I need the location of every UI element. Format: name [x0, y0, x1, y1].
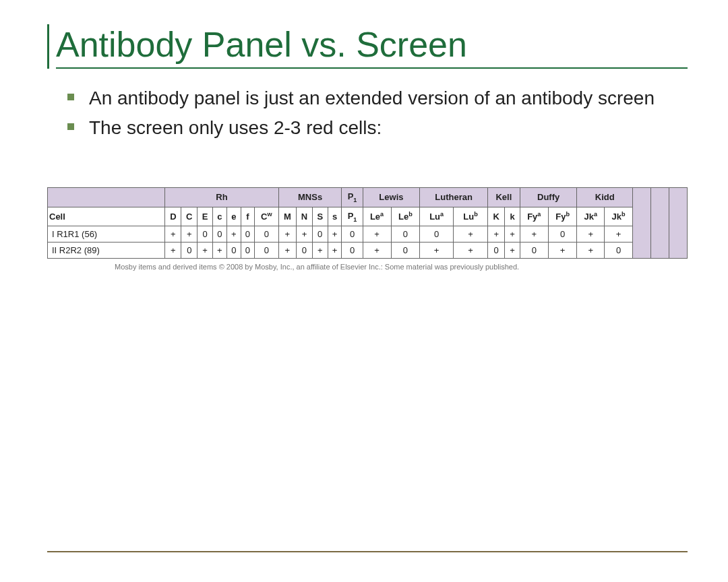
- table-cell: +: [212, 243, 226, 259]
- table-cell: 0: [241, 243, 254, 259]
- table-cell: 0: [181, 243, 198, 259]
- table-cell: +: [454, 226, 488, 243]
- table-cell: 0: [487, 243, 505, 259]
- table-cell: 0: [342, 243, 363, 259]
- table-cell: +: [198, 243, 213, 259]
- extra-col: [651, 188, 669, 259]
- title-block: Antibody Panel vs. Screen: [47, 24, 688, 69]
- table-cell: +: [278, 243, 296, 259]
- bullet-text: The screen only uses 2-3 red cells:: [89, 116, 382, 140]
- antigen-header: K: [487, 207, 505, 226]
- table-cell: +: [520, 226, 548, 243]
- table-cell: +: [454, 243, 488, 259]
- row-label: I R1R1 (56): [48, 226, 165, 243]
- table-cell: +: [363, 243, 391, 259]
- antigen-header: c: [212, 207, 226, 226]
- cell-column-header: Cell: [48, 207, 165, 226]
- antigen-header: Lub: [454, 207, 488, 226]
- antigen-header: Leb: [391, 207, 420, 226]
- table-cell: +: [226, 226, 241, 243]
- table-cell: +: [605, 226, 633, 243]
- extra-col: [633, 188, 651, 259]
- table-cell: +: [363, 226, 391, 243]
- table-cell: +: [328, 226, 342, 243]
- table-cell: 0: [198, 226, 213, 243]
- table-cell: 0: [420, 226, 454, 243]
- table-cell: +: [181, 226, 198, 243]
- bullet-list: An antibody panel is just an extended ve…: [67, 86, 688, 140]
- antigen-header: e: [226, 207, 241, 226]
- table-cell: +: [312, 243, 328, 259]
- table-cell: 0: [391, 243, 420, 259]
- table-cell: +: [505, 243, 520, 259]
- bullet-icon: [67, 94, 74, 100]
- table-cell: 0: [391, 226, 420, 243]
- extra-col: [669, 188, 688, 259]
- table-cell: 0: [605, 243, 633, 259]
- antigen-header: Fya: [520, 207, 548, 226]
- antigen-header: N: [296, 207, 312, 226]
- table-cell: +: [328, 243, 342, 259]
- antigen-header: Fyb: [548, 207, 577, 226]
- copyright-note: Mosby items and derived items © 2008 by …: [115, 263, 688, 271]
- antigen-table: RhMNSsP1LewisLutheranKellDuffyKiddCellDC…: [47, 187, 688, 259]
- antigen-header: P1: [342, 207, 363, 226]
- bullet-text: An antibody panel is just an extended ve…: [89, 86, 655, 110]
- antigen-header: Cw: [255, 207, 279, 226]
- table-row: II R2R2 (89)+0++000+0++0+0++0+0++0: [48, 243, 688, 259]
- antigen-header: f: [241, 207, 254, 226]
- table-cell: +: [420, 243, 454, 259]
- antigen-header: C: [181, 207, 198, 226]
- table-cell: +: [487, 226, 505, 243]
- table-cell: 0: [548, 226, 577, 243]
- table-cell: +: [505, 226, 520, 243]
- group-header: P1: [342, 188, 363, 207]
- group-header: Kell: [487, 188, 520, 207]
- group-header: Rh: [165, 188, 278, 207]
- antigen-header: E: [198, 207, 213, 226]
- blank-corner: [48, 188, 165, 207]
- table-cell: +: [577, 226, 605, 243]
- table-cell: 0: [520, 243, 548, 259]
- table-cell: +: [296, 226, 312, 243]
- group-header: Lewis: [363, 188, 420, 207]
- group-header: Duffy: [520, 188, 577, 207]
- bottom-rule: [47, 551, 688, 552]
- table-cell: +: [278, 226, 296, 243]
- bullet-item: The screen only uses 2-3 red cells:: [67, 116, 688, 140]
- table-cell: 0: [296, 243, 312, 259]
- table-cell: +: [165, 243, 181, 259]
- antigen-header: Jkb: [605, 207, 633, 226]
- antigen-header: M: [278, 207, 296, 226]
- table-cell: 0: [226, 243, 241, 259]
- antigen-table-wrap: RhMNSsP1LewisLutheranKellDuffyKiddCellDC…: [47, 187, 688, 271]
- table-row: I R1R1 (56)++00+00++0+0+00++++0++: [48, 226, 688, 243]
- antigen-header: Jka: [577, 207, 605, 226]
- table-cell: 0: [241, 226, 254, 243]
- table-cell: 0: [212, 226, 226, 243]
- table-cell: 0: [312, 226, 328, 243]
- group-header: Lutheran: [420, 188, 488, 207]
- antigen-header: k: [505, 207, 520, 226]
- table-cell: +: [548, 243, 577, 259]
- table-cell: 0: [255, 243, 279, 259]
- bullet-icon: [67, 123, 74, 130]
- group-header: MNSs: [278, 188, 342, 207]
- antigen-header: s: [328, 207, 342, 226]
- group-header: Kidd: [577, 188, 633, 207]
- table-cell: +: [165, 226, 181, 243]
- table-cell: 0: [255, 226, 279, 243]
- antigen-header: Lea: [363, 207, 391, 226]
- antigen-header: Lua: [420, 207, 454, 226]
- slide-title: Antibody Panel vs. Screen: [56, 24, 688, 69]
- table-cell: +: [577, 243, 605, 259]
- row-label: II R2R2 (89): [48, 243, 165, 259]
- antigen-header: D: [165, 207, 181, 226]
- antigen-header: S: [312, 207, 328, 226]
- table-cell: 0: [342, 226, 363, 243]
- bullet-item: An antibody panel is just an extended ve…: [67, 86, 688, 110]
